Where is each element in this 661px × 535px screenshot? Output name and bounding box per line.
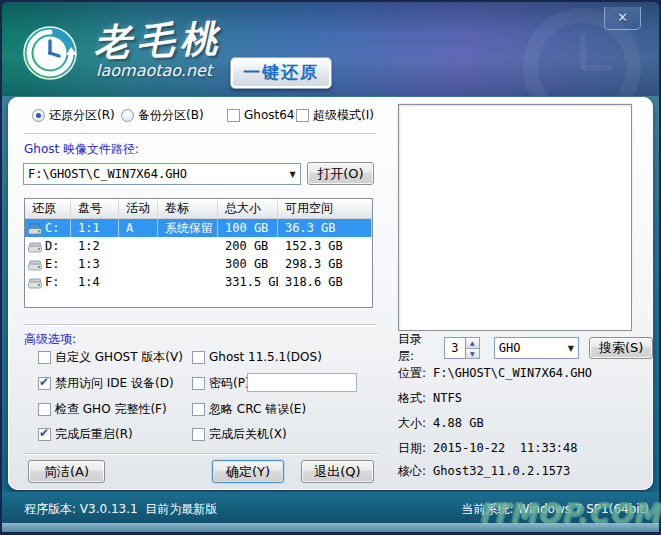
date-value: 2015-10-22 11:33:48	[433, 441, 578, 455]
image-path-label: Ghost 映像文件路径:	[24, 141, 139, 158]
checkbox-ghost64[interactable]: ✔ Ghost64	[227, 107, 294, 123]
core-value: Ghost32_11.0.2.1573	[433, 464, 570, 478]
cell-active	[119, 237, 158, 255]
password-field[interactable]	[247, 373, 357, 392]
table-row-c[interactable]: C: 1:1 A 系统保留 100 GB 36.3 GB	[25, 219, 372, 237]
check-icon: ✔	[39, 426, 49, 440]
checkbox-box: ✔	[38, 351, 51, 364]
cell-free: 36.3 GB	[278, 219, 372, 237]
column-header-disk[interactable]: 盘号	[71, 199, 119, 218]
checkbox-label: 忽略 CRC 错误(E)	[209, 401, 306, 418]
checkbox-password[interactable]: ✔ 密码(P)	[192, 375, 250, 391]
core-label: 核心:	[398, 463, 426, 480]
cell-total: 100 GB	[218, 219, 278, 237]
info-row-format: 格式: NTFS	[398, 390, 462, 407]
cell-total: 200 GB	[218, 237, 278, 255]
info-row-location: 位置: F:\GHOST\C_WIN7X64.GHO	[398, 365, 592, 382]
cell-disk: 1:2	[71, 237, 119, 255]
image-path-value: F:\GHOST\C_WIN7X64.GHO	[24, 167, 285, 181]
partition-table: 还原 盘号 活动 卷标 总大小 可用空间 C: 1:1 A	[24, 198, 373, 308]
table-row-f[interactable]: F: 1:4 331.5 GB 318.6 GB	[25, 273, 372, 291]
spin-down-button[interactable]: ▼	[466, 348, 479, 359]
checkbox-ignore-crc-errors[interactable]: ✔ 忽略 CRC 错误(E)	[192, 401, 306, 417]
cell-disk: 1:3	[71, 255, 119, 273]
image-path-combobox[interactable]: F:\GHOST\C_WIN7X64.GHO ▼	[23, 163, 301, 185]
radio-dot	[32, 109, 45, 122]
column-header-free[interactable]: 可用空间	[278, 199, 372, 218]
close-button[interactable]: ✕	[604, 7, 641, 30]
exit-button[interactable]: 退出(Q)	[301, 460, 374, 483]
cell-free: 318.6 GB	[278, 273, 372, 291]
checkbox-shutdown-after-finish[interactable]: ✔ 完成后关机(X)	[192, 426, 287, 442]
location-label: 位置:	[398, 365, 426, 382]
location-value: F:\GHOST\C_WIN7X64.GHO	[433, 366, 592, 380]
advanced-options-title: 高级选项:	[24, 331, 76, 348]
brand-domain: laomaotao.net	[96, 61, 212, 80]
checkbox-disable-ide[interactable]: ✔ 禁用访问 IDE 设备(D)	[38, 375, 174, 391]
checkbox-super-mode-label: 超级模式(I)	[313, 107, 374, 124]
cell-drive: E:	[45, 255, 59, 273]
size-label: 大小:	[398, 415, 426, 432]
close-icon: ✕	[617, 10, 628, 25]
checkbox-label: 禁用访问 IDE 设备(D)	[55, 375, 174, 392]
cell-label	[158, 273, 218, 291]
radio-backup-partition[interactable]: 备份分区(B)	[121, 107, 204, 123]
current-system-text: 当前系统: Windows 7 SP1(64bit)	[462, 501, 649, 518]
checkbox-box: ✔	[227, 109, 240, 122]
checkbox-box: ✔	[38, 377, 51, 390]
directory-depth-value[interactable]: 3	[444, 337, 466, 359]
chevron-down-icon: ▼	[285, 170, 300, 179]
system-drive-icon	[27, 222, 43, 234]
cell-drive: C:	[45, 219, 59, 237]
cell-label	[158, 255, 218, 273]
checkbox-ghost-1151-dos[interactable]: ✔ Ghost 11.5.1(DOS)	[192, 349, 322, 365]
drive-icon	[27, 276, 43, 288]
column-header-restore[interactable]: 还原	[25, 199, 71, 218]
checkbox-label: Ghost 11.5.1(DOS)	[209, 350, 322, 364]
spin-up-button[interactable]: ▲	[466, 338, 479, 348]
search-button[interactable]: 搜索(S)	[589, 337, 653, 359]
checkbox-super-mode[interactable]: ✔ 超级模式(I)	[296, 107, 374, 123]
info-row-core: 核心: Ghost32_11.0.2.1573	[398, 463, 570, 480]
separator	[24, 453, 378, 455]
cell-disk: 1:1	[71, 219, 119, 237]
checkbox-box: ✔	[38, 403, 51, 416]
column-header-total[interactable]: 总大小	[218, 199, 278, 218]
radio-dot	[121, 109, 134, 122]
table-row-d[interactable]: D: 1:2 200 GB 152.3 GB	[25, 237, 372, 255]
search-button-label: 搜索(S)	[599, 339, 643, 357]
checkbox-label: 密码(P)	[209, 375, 250, 392]
checkbox-check-gho-integrity[interactable]: ✔ 检查 GHO 完整性(F)	[38, 401, 167, 417]
ok-button[interactable]: 确定(Y)	[212, 460, 284, 483]
app-window: 老毛桃 laomaotao.net 一键还原 ✕ 还原分区(R) 备份分区(B)…	[0, 0, 661, 535]
checkbox-restart-after-finish[interactable]: ✔ 完成后重启(R)	[38, 426, 133, 442]
checkbox-label: 自定义 GHOST 版本(V)	[55, 349, 183, 366]
file-list-box[interactable]	[398, 104, 632, 331]
ok-button-label: 确定(Y)	[226, 463, 270, 481]
checkbox-box: ✔	[192, 377, 205, 390]
checkbox-box: ✔	[192, 428, 205, 441]
main-panel: 还原分区(R) 备份分区(B) ✔ Ghost64 ✔ 超级模式(I) Ghos…	[8, 97, 653, 490]
cell-active	[119, 255, 158, 273]
table-row-e[interactable]: E: 1:3 300 GB 298.3 GB	[25, 255, 372, 273]
open-button[interactable]: 打开(O)	[307, 162, 374, 185]
column-header-active[interactable]: 活动	[119, 199, 158, 218]
date-label: 日期:	[398, 440, 426, 457]
checkbox-custom-ghost-version[interactable]: ✔ 自定义 GHOST 版本(V)	[38, 349, 183, 365]
cell-active	[119, 273, 158, 291]
open-button-label: 打开(O)	[317, 165, 363, 183]
simple-mode-button-label: 简洁(A)	[44, 463, 89, 481]
column-header-label[interactable]: 卷标	[158, 199, 218, 218]
radio-restore-partition[interactable]: 还原分区(R)	[32, 107, 115, 123]
cell-active: A	[119, 219, 158, 237]
app-logo-clock-icon	[22, 25, 78, 81]
checkbox-label: 完成后重启(R)	[55, 426, 133, 443]
simple-mode-button[interactable]: 简洁(A)	[28, 460, 105, 483]
checkbox-box: ✔	[296, 109, 309, 122]
cell-free: 152.3 GB	[278, 237, 372, 255]
file-type-combobox[interactable]: GHO ▼	[494, 337, 580, 359]
program-version-text: 程序版本: V3.0.13.1 目前为最新版	[24, 501, 217, 518]
checkbox-label: 完成后关机(X)	[209, 426, 287, 443]
cell-total: 331.5 GB	[218, 273, 278, 291]
separator	[24, 133, 376, 135]
